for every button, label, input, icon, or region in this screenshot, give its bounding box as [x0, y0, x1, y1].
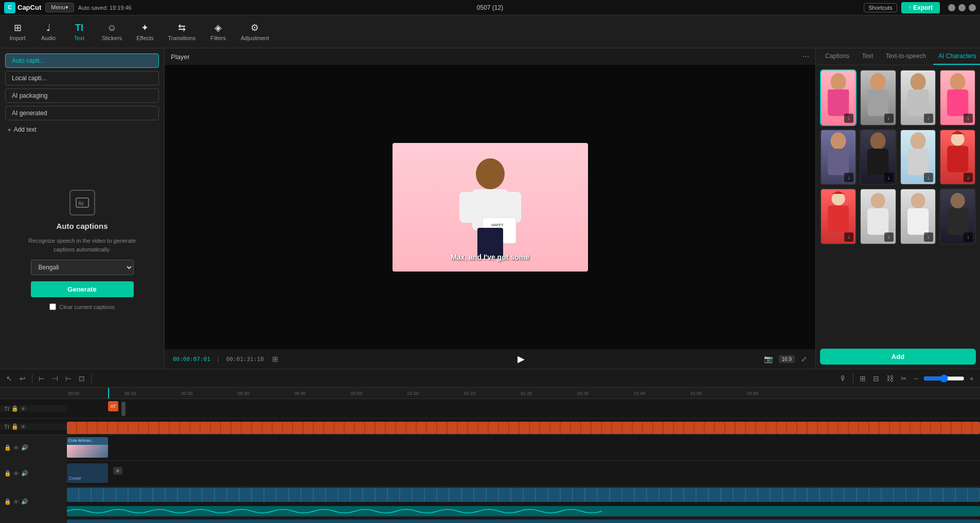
download-icon-2[interactable]: ↓: [884, 114, 894, 123]
track-segment-1b[interactable]: [121, 402, 126, 416]
delete-button[interactable]: ⊡: [77, 373, 87, 384]
player-options-button[interactable]: ⋯: [802, 52, 809, 61]
timeline-display-button[interactable]: ⊞: [272, 355, 278, 363]
tab-text-to-speech[interactable]: Text-to-speech: [880, 48, 931, 65]
download-icon-3[interactable]: ↓: [924, 114, 933, 123]
clear-captions-input[interactable]: [49, 303, 56, 310]
track-content-6[interactable]: [67, 517, 980, 524]
track-content-4[interactable]: Cover ≡: [67, 461, 980, 486]
track-content-3[interactable]: Cute African...: [67, 435, 980, 461]
track-content-2[interactable]: [67, 422, 980, 434]
undo-button[interactable]: ↩: [17, 373, 28, 384]
track-content-5[interactable]: [67, 486, 980, 517]
track-content-1[interactable]: AT: [67, 399, 980, 418]
close-button[interactable]: [969, 4, 976, 11]
character-card-3[interactable]: ↓: [900, 69, 936, 126]
character-card-6[interactable]: ↓: [860, 129, 896, 186]
clear-captions-checkbox[interactable]: Clear current captions: [49, 303, 115, 310]
character-card-5[interactable]: ↓: [820, 129, 857, 186]
toolbar-transitions[interactable]: ⇆ Transitions: [161, 19, 203, 44]
track-audio-3[interactable]: 🔊: [21, 444, 28, 451]
track-eye-2[interactable]: 👁: [21, 424, 26, 430]
link-button[interactable]: ⛓: [884, 373, 896, 384]
scissors-button[interactable]: ✂: [899, 373, 909, 384]
download-icon-1[interactable]: ↓: [844, 114, 853, 123]
character-card-10[interactable]: ↓: [860, 188, 896, 245]
toolbar-filters[interactable]: ◈ Filters: [203, 19, 234, 44]
download-icon-7[interactable]: ↓: [924, 173, 933, 182]
language-select[interactable]: Bengali: [31, 260, 134, 275]
character-card-8[interactable]: ↓: [939, 129, 976, 186]
cover-menu-button[interactable]: ≡: [113, 467, 122, 475]
download-icon-11[interactable]: ↓: [924, 232, 933, 242]
track-lock-5[interactable]: 🔒: [4, 498, 11, 505]
toolbar-text[interactable]: TI Text: [64, 20, 95, 44]
track-eye-3[interactable]: 👁: [13, 445, 19, 451]
track-eye-5[interactable]: 👁: [13, 499, 19, 505]
aspect-ratio-button[interactable]: 16:9: [779, 355, 795, 363]
character-card-12[interactable]: ↓: [939, 188, 976, 245]
track-lock-2[interactable]: 🔒: [11, 423, 19, 430]
cover-segment[interactable]: Cover: [67, 463, 108, 483]
track-lock-4[interactable]: 🔒: [4, 470, 11, 477]
toolbar-effects[interactable]: ✦ Effects: [129, 19, 161, 44]
toolbar-stickers[interactable]: ☺ Stickers: [95, 20, 129, 44]
maximize-button[interactable]: [958, 4, 966, 11]
svg-point-14: [870, 73, 886, 91]
character-card-4[interactable]: ↓: [939, 69, 976, 126]
grid-button[interactable]: ⊟: [871, 373, 881, 384]
export-button[interactable]: ↑ Export: [901, 2, 940, 13]
character-card-9[interactable]: ↓: [820, 188, 857, 245]
character-card-11[interactable]: ↓: [900, 188, 936, 245]
track-eye-4[interactable]: 👁: [13, 471, 19, 477]
minimize-button[interactable]: [948, 4, 955, 11]
track-eye-1[interactable]: 👁: [21, 406, 26, 412]
download-icon-5[interactable]: ↓: [844, 173, 853, 182]
auto-captions-btn[interactable]: Auto capti...: [5, 53, 159, 68]
toolbar-adjustment[interactable]: ⚙ Adjustment: [234, 19, 276, 44]
ai-generated-btn[interactable]: AI generated: [5, 106, 159, 120]
play-button[interactable]: ▶: [518, 353, 525, 365]
character-card-2[interactable]: ↓: [860, 69, 896, 126]
track-audio-5[interactable]: 🔊: [21, 498, 28, 505]
download-icon-9[interactable]: ↓: [844, 232, 853, 242]
total-time: 00:01:31:18: [226, 356, 264, 363]
trim-button[interactable]: ⊣: [50, 373, 60, 384]
add-character-button[interactable]: Add: [820, 349, 976, 365]
download-icon-10[interactable]: ↓: [884, 232, 894, 242]
download-icon-4[interactable]: ↓: [964, 114, 973, 123]
track-segment-1a[interactable]: AT: [108, 401, 118, 411]
character-card-7[interactable]: ↓: [900, 129, 936, 186]
zoom-in-button[interactable]: +: [968, 373, 976, 384]
camera-button[interactable]: 📷: [764, 355, 773, 363]
download-icon-12[interactable]: ↓: [964, 232, 973, 242]
add-text-button[interactable]: ＋ Add text: [5, 123, 159, 136]
tab-text[interactable]: Text: [857, 48, 878, 65]
tab-captions[interactable]: Captions: [820, 48, 854, 65]
shortcuts-button[interactable]: Shortcuts: [864, 3, 897, 12]
tab-ai-characters[interactable]: AI Characters: [933, 48, 980, 65]
local-captions-btn[interactable]: Local capti...: [5, 71, 159, 85]
fullscreen-button[interactable]: ⤢: [801, 355, 807, 363]
track-lock-3[interactable]: 🔒: [4, 444, 11, 451]
split-button[interactable]: ⊢: [37, 373, 47, 384]
zoom-slider[interactable]: [923, 374, 965, 383]
character-card-1[interactable]: ↓: [820, 69, 857, 126]
download-icon-8[interactable]: ↓: [964, 173, 973, 182]
track-audio-4[interactable]: 🔊: [21, 470, 28, 477]
trim-right-button[interactable]: ⊢: [63, 373, 74, 384]
magnet-button[interactable]: ⊞: [858, 373, 868, 384]
mic-button[interactable]: 🎙: [838, 373, 849, 384]
track-row-6: 🔒 🔊: [0, 517, 980, 523]
toolbar-audio[interactable]: ♩ Audio: [33, 19, 64, 44]
ai-packaging-btn[interactable]: AI packaging: [5, 88, 159, 103]
toolbar-separator-2: [91, 374, 92, 383]
download-icon-6[interactable]: ↓: [884, 173, 894, 182]
toolbar-import[interactable]: ⊞ Import: [2, 19, 33, 44]
cursor-tool[interactable]: ↖: [4, 373, 14, 384]
video-clip-segment[interactable]: Cute African...: [67, 437, 108, 458]
menu-button[interactable]: Menu▾: [45, 3, 74, 12]
generate-button[interactable]: Generate: [31, 281, 134, 297]
zoom-out-button[interactable]: −: [912, 373, 920, 384]
track-lock-1[interactable]: 🔒: [11, 405, 19, 412]
